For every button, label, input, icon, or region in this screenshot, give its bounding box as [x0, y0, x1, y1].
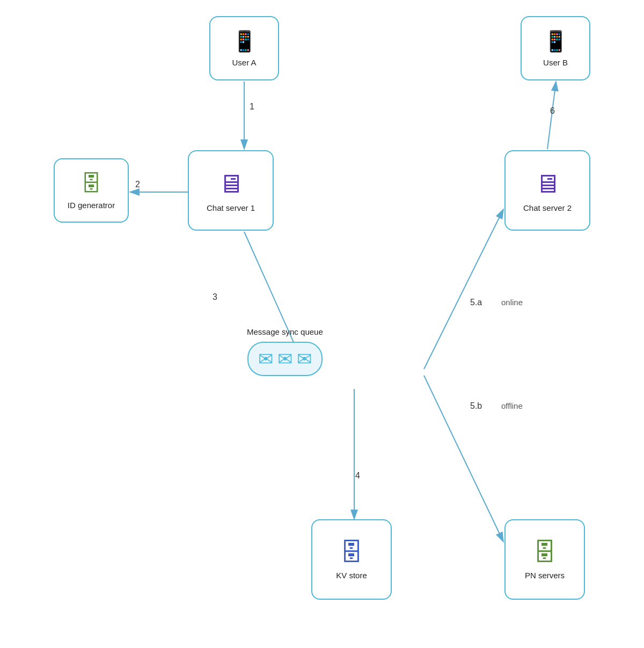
user-a-node: 📱 User A	[209, 16, 279, 80]
kv-store-icon: 🗄	[340, 539, 363, 566]
pn-servers-label: PN servers	[525, 570, 565, 581]
step-3-label: 3	[213, 292, 217, 302]
step-5a-label: 5.a	[470, 298, 482, 307]
chat-server-2-node: 🖥 Chat server 2	[504, 150, 590, 231]
step-2-label: 2	[135, 180, 140, 189]
step-5b-label: 5.b	[470, 401, 482, 411]
svg-line-7	[424, 375, 503, 542]
message-queue-label: Message sync queue	[247, 327, 323, 336]
kv-store-label: KV store	[336, 570, 367, 581]
envelope-3: ✉	[297, 348, 312, 370]
step-1-label: 1	[250, 102, 254, 112]
phone-icon-b: 📱	[543, 30, 568, 53]
id-gen-icon: 🗄	[80, 172, 102, 196]
diagram: 📱 User A 📱 User B 🖥 Chat server 1 🖥 Chat…	[0, 0, 644, 648]
user-a-label: User A	[232, 57, 256, 68]
chat-server-2-label: Chat server 2	[523, 203, 572, 213]
envelope-2: ✉	[277, 348, 292, 370]
pn-servers-node: 🗄 PN servers	[504, 519, 585, 600]
user-b-label: User B	[543, 57, 568, 68]
message-queue-box: ✉ ✉ ✉	[247, 342, 323, 376]
message-queue: Message sync queue ✉ ✉ ✉	[247, 327, 323, 376]
server2-icon: 🖥	[535, 169, 560, 198]
user-b-node: 📱 User B	[521, 16, 590, 80]
svg-line-6	[424, 209, 503, 369]
offline-label: offline	[501, 401, 523, 410]
step-4-label: 4	[355, 471, 360, 481]
online-label: online	[501, 298, 523, 307]
envelope-1: ✉	[258, 348, 273, 370]
pn-servers-icon: 🗄	[533, 539, 557, 566]
chat-server-1-label: Chat server 1	[207, 203, 255, 213]
step-6-label: 6	[550, 106, 555, 116]
id-generator-label: ID generatror	[68, 200, 115, 211]
server1-icon: 🖥	[218, 169, 244, 198]
chat-server-1-node: 🖥 Chat server 1	[188, 150, 274, 231]
phone-icon-a: 📱	[232, 30, 257, 53]
kv-store-node: 🗄 KV store	[311, 519, 392, 600]
id-generator-node: 🗄 ID generatror	[54, 158, 129, 223]
